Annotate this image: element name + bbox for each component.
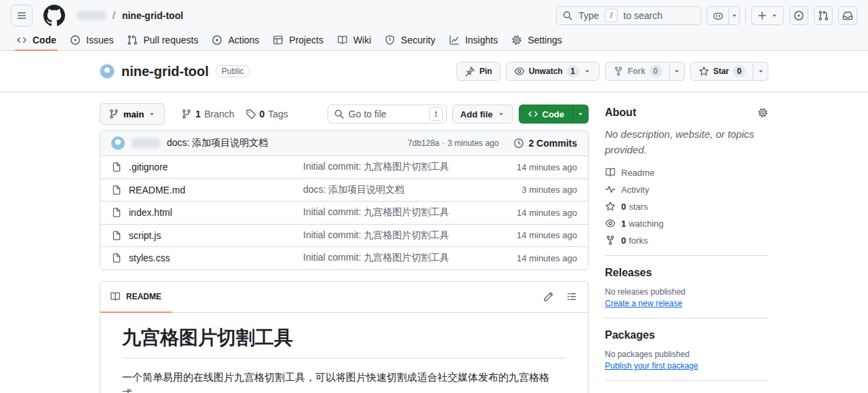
tab-actions[interactable]: Actions [206,30,264,50]
inbox-icon [842,10,853,21]
releases-section: Releases No releases published Create a … [605,256,768,318]
tab-projects[interactable]: Projects [267,30,329,50]
unwatch-button[interactable]: Unwatch 1 [506,62,599,81]
file-icon [111,252,122,263]
releases-empty-text: No releases published [605,287,768,297]
file-icon [111,185,122,195]
gear-icon[interactable] [757,107,768,118]
add-file-button[interactable]: Add file [452,105,513,124]
pulse-icon [605,184,616,195]
gear-icon [511,35,522,45]
slash-key-hint: / [604,9,618,22]
file-tree-table: docs: 添加项目说明文档 7db128a · 3 minutes ago 2… [100,130,589,270]
pencil-icon[interactable] [543,291,554,302]
visibility-badge: Public [216,65,250,77]
star-button-group: Star 0 [690,62,768,81]
repo-sidebar: About No description, website, or topics… [605,103,768,393]
file-commit-message[interactable]: Initial commit: 九宫格图片切割工具 [303,252,475,264]
search-placeholder-prefix: Type [578,10,599,21]
latest-commit-row: docs: 添加项目说明文档 7db128a · 3 minutes ago 2… [100,131,588,155]
activity-link[interactable]: Activity [605,184,768,195]
commit-author-avatar[interactable] [111,136,125,150]
eye-icon [514,66,525,77]
file-link[interactable]: .gitignore [111,162,303,172]
fork-dropdown-button[interactable] [670,62,685,81]
outline-icon[interactable] [566,291,577,302]
readme-tab[interactable]: README [100,282,172,312]
notifications-inbox-button[interactable] [838,6,857,25]
fork-button[interactable]: Fork 0 [605,62,670,81]
tab-insights[interactable]: Insights [443,30,503,50]
fork-icon [613,66,624,77]
file-link[interactable]: README.md [111,185,303,195]
branches-link[interactable]: 1 Branch [181,109,234,119]
code-dropdown-button[interactable] [572,105,589,124]
about-title: About [605,107,636,119]
latest-commit-message[interactable]: docs: 添加项目说明文档 [167,137,268,149]
chevron-down-icon [757,67,765,75]
readme-link[interactable]: Readme [605,167,768,178]
copilot-dropdown-button[interactable] [728,7,739,24]
commit-history-link[interactable]: 2 Commits [513,138,577,149]
file-link[interactable]: script.js [111,230,303,241]
hamburger-menu-button[interactable] [11,5,33,26]
tab-security[interactable]: Security [379,30,441,50]
file-commit-time: 3 minutes ago [475,185,577,195]
code-icon [528,109,538,119]
repo-owner-avatar[interactable] [100,64,115,79]
breadcrumb-repo-link[interactable]: nine-grid-tool [122,10,183,21]
tab-settings[interactable]: Settings [506,30,568,50]
copilot-button[interactable] [707,7,728,24]
file-link[interactable]: styles.css [111,252,303,263]
create-new-button[interactable] [751,6,784,25]
file-icon [111,162,122,172]
create-release-link[interactable]: Create a new release [605,299,682,308]
stars-link[interactable]: 0 stars [605,201,768,212]
global-search-input[interactable]: Type / to search [556,6,701,25]
tab-code[interactable]: Code [11,30,62,50]
tab-wiki[interactable]: Wiki [332,30,376,50]
readme-header: README [100,282,588,313]
repo-header: nine-grid-tool Public Pin Unwatch 1 Fork… [0,51,868,92]
repo-tab-nav: Code Issues Pull requests Actions Projec… [11,30,857,50]
masked-username[interactable] [132,138,160,148]
eye-icon [605,218,616,229]
pin-button[interactable]: Pin [456,62,500,81]
branch-icon [108,109,119,119]
tags-link[interactable]: 0 Tags [245,109,288,119]
file-link[interactable]: index.html [111,207,303,218]
github-logo[interactable] [43,5,65,26]
chevron-down-icon [497,110,505,118]
file-commit-message[interactable]: docs: 添加项目说明文档 [303,184,475,196]
about-section: About No description, website, or topics… [605,103,768,256]
readme-content: 九宫格图片切割工具 一个简单易用的在线图片九宫格切割工具，可以将图片快速切割成适… [100,313,588,393]
forks-link[interactable]: 0 forks [605,235,768,246]
book-icon [337,35,348,45]
packages-section: Packages No packages published Publish y… [605,318,768,381]
code-button[interactable]: Code [519,105,573,124]
chevron-down-icon [730,12,738,20]
your-pull-requests-button[interactable] [814,6,833,25]
star-dropdown-button[interactable] [753,62,768,81]
commit-meta-separator: · [442,138,445,148]
star-button[interactable]: Star 0 [690,62,753,81]
file-commit-message[interactable]: Initial commit: 九宫格图片切割工具 [303,206,475,219]
branch-selector-button[interactable]: main [100,103,165,125]
table-icon [273,35,283,45]
chevron-down-icon [148,110,156,118]
table-row: styles.css Initial commit: 九宫格图片切割工具 14 … [100,246,588,269]
book-icon [605,167,616,178]
go-to-file-input[interactable] [349,109,427,119]
copilot-button-group [707,6,740,25]
publish-package-link[interactable]: Publish your first package [605,361,698,371]
tab-pull-requests[interactable]: Pull requests [121,30,203,50]
your-issues-button[interactable] [789,6,808,25]
watching-link[interactable]: 1 watching [605,218,768,229]
file-commit-message[interactable]: Initial commit: 九宫格图片切割工具 [303,229,475,242]
tab-issues[interactable]: Issues [64,30,119,50]
commit-sha-link[interactable]: 7db128a [408,138,439,148]
masked-username[interactable] [77,11,106,20]
issue-opened-icon [793,10,804,21]
file-commit-message[interactable]: Initial commit: 九宫格图片切割工具 [303,161,475,173]
header-divider [745,9,746,22]
